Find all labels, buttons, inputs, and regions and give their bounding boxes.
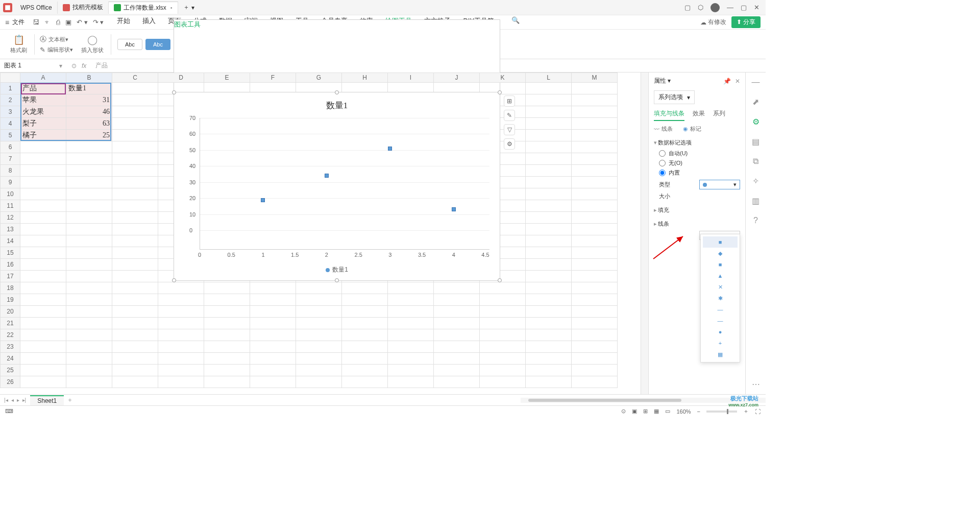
modify-indicator[interactable]: ☁ 有修改 [700,18,726,27]
cell[interactable] [20,318,66,329]
pin-icon[interactable]: 📌 [723,78,731,85]
radio-builtin[interactable]: 内置 [659,169,740,177]
cell[interactable] [296,294,342,306]
sidebar-collapse-icon[interactable]: — [752,78,760,87]
cell[interactable] [158,282,204,294]
chart-legend[interactable]: 数量1 [174,266,500,274]
col-head-M[interactable]: M [572,73,618,83]
cell[interactable] [158,306,204,318]
cell[interactable] [250,376,296,388]
text-box-button[interactable]: Ⓐ文本框 ▾ [40,35,73,44]
row-head[interactable]: 12 [0,212,20,224]
cell[interactable]: 63 [66,118,112,130]
fx-icon[interactable]: fx [82,62,86,69]
cell[interactable] [158,376,204,388]
cell[interactable] [526,341,572,353]
col-head-C[interactable]: C [112,73,158,83]
cell[interactable] [342,329,388,341]
title-tab-templates[interactable]: 找稻壳模板 [58,2,109,14]
cell[interactable] [158,329,204,341]
cell[interactable] [572,341,618,353]
cell[interactable] [204,294,250,306]
cell[interactable] [296,341,342,353]
view-grid2-icon[interactable]: ▦ [654,408,659,415]
cell[interactable] [204,282,250,294]
cell[interactable] [204,318,250,329]
cell[interactable] [526,329,572,341]
cell[interactable] [20,306,66,318]
cell[interactable] [250,306,296,318]
cell[interactable] [526,188,572,200]
cell[interactable] [66,282,112,294]
cell[interactable] [388,282,434,294]
view-grid1-icon[interactable]: ⊞ [643,408,648,415]
hamburger-icon[interactable]: ≡ [5,18,9,27]
cell[interactable] [20,141,66,153]
cell[interactable] [296,376,342,388]
cell[interactable] [572,153,618,165]
cell[interactable] [572,353,618,365]
cell[interactable] [250,294,296,306]
cell[interactable] [572,235,618,247]
row-head[interactable]: 4 [0,118,20,130]
chart-element-icon[interactable]: ⊞ [504,95,515,107]
cell[interactable] [20,271,66,282]
row-head[interactable]: 21 [0,318,20,329]
cell[interactable] [66,306,112,318]
win-frame-icon[interactable]: ▢ [684,4,691,11]
avatar[interactable] [710,3,720,12]
title-tab-file[interactable]: 工作簿数量.xlsx• [109,2,178,14]
cell[interactable] [112,141,158,153]
status-mode-icon[interactable]: ⌨ [5,408,13,415]
cell[interactable] [66,212,112,224]
sidebar-link-icon[interactable]: ⧉ [753,157,758,166]
cell[interactable] [342,353,388,365]
cell[interactable] [112,106,158,118]
cell[interactable] [572,318,618,329]
cell[interactable] [342,376,388,388]
marker-option-dash1[interactable]: — [703,304,738,315]
cell[interactable] [204,306,250,318]
chart-settings-icon[interactable]: ⚙ [504,138,515,150]
cell[interactable] [20,353,66,365]
cell[interactable]: 橘子 [20,130,66,141]
cell[interactable] [388,376,434,388]
cell[interactable] [66,271,112,282]
row-head[interactable]: 1 [0,83,20,94]
row-head[interactable]: 2 [0,94,20,106]
cell[interactable] [20,235,66,247]
row-head[interactable]: 15 [0,247,20,259]
cell[interactable] [66,224,112,235]
cell[interactable] [66,200,112,212]
cell[interactable] [388,294,434,306]
cell[interactable] [20,212,66,224]
cell[interactable] [434,329,480,341]
cell[interactable]: 31 [66,94,112,106]
cell[interactable] [572,165,618,177]
cell[interactable] [112,212,158,224]
row-head[interactable]: 18 [0,282,20,294]
col-head-L[interactable]: L [526,73,572,83]
quick-print-icon[interactable]: ▣ [65,18,71,26]
chart-title[interactable]: 数量1 [174,92,500,114]
marker-option-circle[interactable]: ● [703,326,738,337]
cell[interactable] [296,318,342,329]
cell[interactable] [20,247,66,259]
marker-option-triangle[interactable]: ▲ [703,270,738,281]
win-cube-icon[interactable]: ⬡ [698,4,703,11]
chart-point[interactable] [388,147,392,151]
section-fill[interactable]: 填充 [654,206,740,214]
cell[interactable] [342,294,388,306]
row-head[interactable]: 19 [0,294,20,306]
cell[interactable] [572,271,618,282]
cell[interactable] [572,141,618,153]
cell[interactable] [342,282,388,294]
cell[interactable] [20,294,66,306]
cell[interactable] [572,247,618,259]
marker-tab[interactable]: ◉ 标记 [683,125,701,133]
radio-auto[interactable]: 自动(U) [659,150,740,157]
cell[interactable] [66,365,112,376]
cell[interactable] [572,376,618,388]
row-head[interactable]: 7 [0,153,20,165]
cell[interactable] [480,329,526,341]
